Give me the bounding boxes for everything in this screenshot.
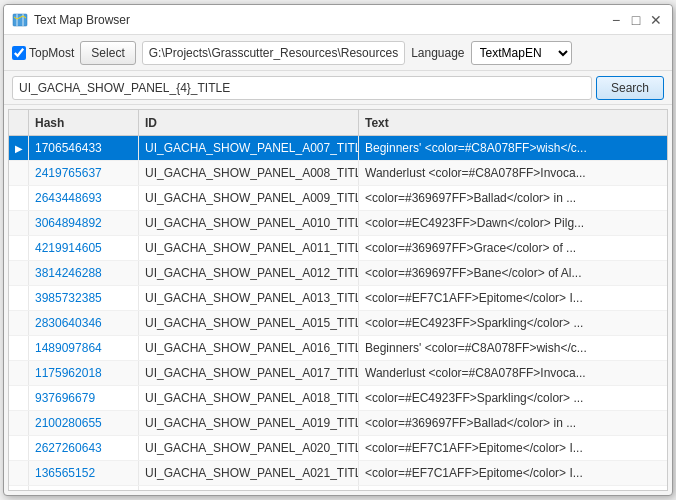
row-arrow xyxy=(9,311,29,335)
row-hash: 3064894892 xyxy=(29,211,139,235)
col-header-arrow xyxy=(9,110,29,135)
col-header-text: Text xyxy=(359,110,667,135)
map-icon xyxy=(12,12,28,28)
table-body: ▶1706546433UI_GACHA_SHOW_PANEL_A007_TITL… xyxy=(9,136,667,490)
window-controls: − □ ✕ xyxy=(608,12,664,28)
topmost-label: TopMost xyxy=(29,46,74,60)
row-arrow xyxy=(9,436,29,460)
table-row[interactable]: 1489097864UI_GACHA_SHOW_PANEL_A016_TITLE… xyxy=(9,336,667,361)
row-text: <color=#EC4923FF>Dawn</color> Pilg... xyxy=(359,211,667,235)
table-row[interactable]: 1175962018UI_GACHA_SHOW_PANEL_A017_TITLE… xyxy=(9,361,667,386)
row-text: <color=#EF7C1AFF>Epitome</color> I... xyxy=(359,436,667,460)
row-id: UI_GACHA_SHOW_PANEL_A011_TITLE xyxy=(139,236,359,260)
svg-rect-0 xyxy=(13,14,27,26)
row-id: UI_GACHA_SHOW_PANEL_A007_TITLE xyxy=(139,136,359,160)
row-arrow xyxy=(9,186,29,210)
row-text: Beginners' <color=#C8A078FF>wish</c... xyxy=(359,136,667,160)
row-arrow xyxy=(9,411,29,435)
row-arrow xyxy=(9,336,29,360)
row-text: <color=#EF7C1AFF>Epitome</color> I... xyxy=(359,286,667,310)
maximize-button[interactable]: □ xyxy=(628,12,644,28)
row-arrow xyxy=(9,386,29,410)
row-hash: 2419765637 xyxy=(29,161,139,185)
minimize-button[interactable]: − xyxy=(608,12,624,28)
row-hash: 2627260643 xyxy=(29,436,139,460)
table-row[interactable]: ▶1706546433UI_GACHA_SHOW_PANEL_A007_TITL… xyxy=(9,136,667,161)
table-row[interactable]: 136565152UI_GACHA_SHOW_PANEL_A021_TITLE<… xyxy=(9,461,667,486)
col-header-id: ID xyxy=(139,110,359,135)
language-label: Language xyxy=(411,46,464,60)
col-header-hash: Hash xyxy=(29,110,139,135)
row-id: UI_GACHA_SHOW_PANEL_A020_TITLE xyxy=(139,436,359,460)
row-id: UI_GACHA_SHOW_PANEL_A009_TITLE xyxy=(139,186,359,210)
row-id: UI_GACHA_SHOW_PANEL_A012_TITLE xyxy=(139,261,359,285)
table-row[interactable]: 3064894892UI_GACHA_SHOW_PANEL_A010_TITLE… xyxy=(9,211,667,236)
row-text: <color=#369697FF>Grace</color> of ... xyxy=(359,236,667,260)
table-row[interactable]: 4219914605UI_GACHA_SHOW_PANEL_A011_TITLE… xyxy=(9,236,667,261)
topmost-checkbox[interactable] xyxy=(12,46,26,60)
row-hash: 1489097864 xyxy=(29,336,139,360)
window-title: Text Map Browser xyxy=(34,13,130,27)
table-header: Hash ID Text xyxy=(9,110,667,136)
path-display: G:\Projects\Grasscutter_Resources\Resour… xyxy=(142,41,405,65)
row-text: <color=#369697FF>Bane</color> of Al... xyxy=(359,261,667,285)
row-arrow xyxy=(9,236,29,260)
row-id: UI_GACHA_SHOW_PANEL_A008_TITLE xyxy=(139,161,359,185)
table-container: Hash ID Text ▶1706546433UI_GACHA_SHOW_PA… xyxy=(8,109,668,491)
table-row[interactable]: 3814246288UI_GACHA_SHOW_PANEL_A012_TITLE… xyxy=(9,261,667,286)
table-row[interactable]: 2100280655UI_GACHA_SHOW_PANEL_A019_TITLE… xyxy=(9,411,667,436)
row-id: UI_GACHA_SHOW_PANEL_A013_TITLE xyxy=(139,286,359,310)
row-id: UI_GACHA_SHOW_PANEL_A017_TITLE xyxy=(139,361,359,385)
row-text: <color=#369697FF>Ballad</color> in ... xyxy=(359,411,667,435)
row-text: Wanderlust <color=#C8A078FF>Invoca... xyxy=(359,361,667,385)
table-row[interactable]: 2627260643UI_GACHA_SHOW_PANEL_A020_TITLE… xyxy=(9,436,667,461)
row-hash: 326122427 xyxy=(29,486,139,490)
table-row[interactable]: 937696679UI_GACHA_SHOW_PANEL_A018_TITLE<… xyxy=(9,386,667,411)
row-id: UI_GACHA_SHOW_PANEL_A015_TITLE xyxy=(139,311,359,335)
select-button[interactable]: Select xyxy=(80,41,135,65)
row-text: <color=#EF7C1AFF>Epitome</color> I... xyxy=(359,461,667,485)
row-id: UI_GACHA_SHOW_PANEL_A018_TITLE xyxy=(139,386,359,410)
row-hash: 4219914605 xyxy=(29,236,139,260)
row-id: UI_GACHA_SHOW_PANEL_A019_TITLE xyxy=(139,411,359,435)
row-arrow xyxy=(9,161,29,185)
search-button[interactable]: Search xyxy=(596,76,664,100)
row-id: UI_GACHA_SHOW_PANEL_A010_TITLE xyxy=(139,211,359,235)
close-button[interactable]: ✕ xyxy=(648,12,664,28)
row-arrow xyxy=(9,361,29,385)
row-arrow xyxy=(9,461,29,485)
row-text: <color=#EC4923FF>Sparkling</color> ... xyxy=(359,386,667,410)
row-hash: 2830640346 xyxy=(29,311,139,335)
row-arrow xyxy=(9,286,29,310)
topmost-checkbox-label[interactable]: TopMost xyxy=(12,46,74,60)
row-hash: 1175962018 xyxy=(29,361,139,385)
title-bar-left: Text Map Browser xyxy=(12,12,130,28)
table-row[interactable]: 3985732385UI_GACHA_SHOW_PANEL_A013_TITLE… xyxy=(9,286,667,311)
row-arrow xyxy=(9,211,29,235)
row-text: <color=#EC4923FF>Sparkling</color> ... xyxy=(359,311,667,335)
row-id: UI_GACHA_SHOW_PANEL_A016_TITLE xyxy=(139,336,359,360)
row-hash: 136565152 xyxy=(29,461,139,485)
row-hash: 3814246288 xyxy=(29,261,139,285)
row-hash: 2643448693 xyxy=(29,186,139,210)
row-id: UI_GACHA_SHOW_PANEL_A021_TITLE xyxy=(139,461,359,485)
row-arrow xyxy=(9,261,29,285)
main-window: Text Map Browser − □ ✕ TopMost Select G:… xyxy=(3,4,673,496)
table-row[interactable]: 2419765637UI_GACHA_SHOW_PANEL_A008_TITLE… xyxy=(9,161,667,186)
title-bar: Text Map Browser − □ ✕ xyxy=(4,5,672,35)
row-arrow: ▶ xyxy=(9,136,29,160)
row-hash: 937696679 xyxy=(29,386,139,410)
row-text: Beginners' <color=#C8A078FF>wish</c... xyxy=(359,336,667,360)
table-row[interactable]: 2643448693UI_GACHA_SHOW_PANEL_A009_TITLE… xyxy=(9,186,667,211)
row-hash: 1706546433 xyxy=(29,136,139,160)
table-row[interactable]: 326122427UI_GACHA_SHOW_PANEL_A022_TITLEW… xyxy=(9,486,667,490)
row-text: Wanderlust <color=#757acdFF>Invocat... xyxy=(359,486,667,490)
row-hash: 2100280655 xyxy=(29,411,139,435)
row-text: Wanderlust <color=#C8A078FF>Invoca... xyxy=(359,161,667,185)
row-text: <color=#369697FF>Ballad</color> in ... xyxy=(359,186,667,210)
search-input[interactable] xyxy=(12,76,592,100)
toolbar: TopMost Select G:\Projects\Grasscutter_R… xyxy=(4,35,672,71)
search-bar: Search xyxy=(4,71,672,105)
language-select[interactable]: TextMapEN TextMapCHS TextMapCHT TextMapJ… xyxy=(471,41,572,65)
table-row[interactable]: 2830640346UI_GACHA_SHOW_PANEL_A015_TITLE… xyxy=(9,311,667,336)
